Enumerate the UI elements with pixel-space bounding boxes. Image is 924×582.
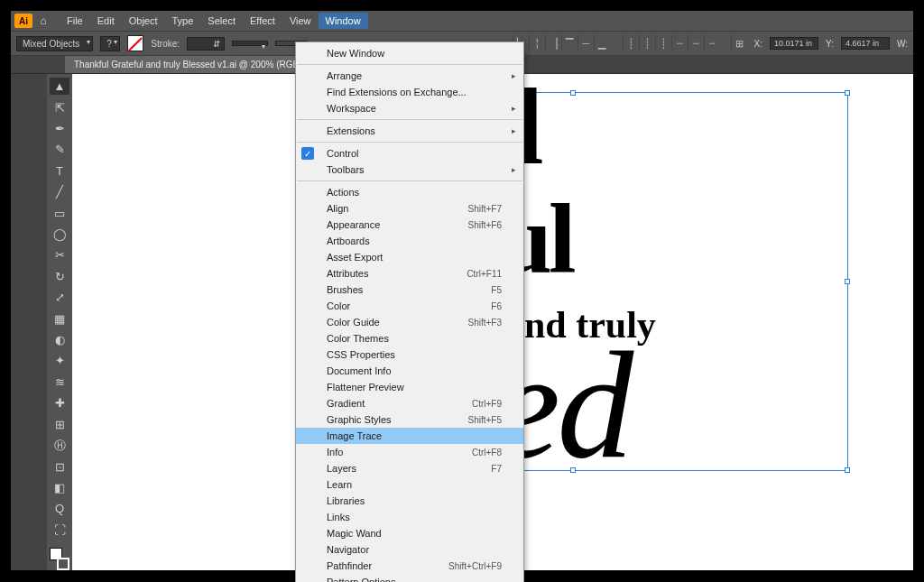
tool-6[interactable]: ▭ [50,204,69,221]
stroke-profile-dropdown[interactable] [232,41,268,46]
menu-item-control[interactable]: Control [296,145,523,162]
y-label: Y: [826,39,834,49]
align-buttons: ▏ ╎ ▕ ▔ ─ ▁ [513,35,610,51]
illustrator-window: Ai ⌂ FileEditObjectTypeSelectEffectViewW… [11,11,913,570]
menu-item-gradient[interactable]: GradientCtrl+F9 [296,395,523,411]
menu-effect[interactable]: Effect [243,13,282,29]
distribute-buttons: ┊ ┊ ┊ ┄ ┄ ┄ [623,35,720,51]
tool-12[interactable]: ◐ [50,331,69,348]
menu-item-navigator[interactable]: Navigator [296,541,523,558]
menu-item-learn[interactable]: Learn [296,476,523,493]
menu-item-links[interactable]: Links [296,509,523,525]
tool-1[interactable]: ⇱ [50,98,69,115]
stroke-label: Stroke: [151,39,180,49]
dist-6-icon[interactable]: ┄ [704,35,720,51]
menu-item-flattener-preview[interactable]: Flattener Preview [296,379,523,395]
align-top-icon[interactable]: ▔ [561,35,578,51]
menu-type[interactable]: Type [165,13,201,29]
tool-3[interactable]: ✎ [50,141,69,158]
tool-15[interactable]: ✚ [50,394,69,411]
tool-17[interactable]: Ⓗ [50,437,69,454]
fill-stroke-icon[interactable] [50,548,69,570]
menu-item-color-guide[interactable]: Color GuideShift+F3 [296,314,523,330]
tool-10[interactable]: ⤢ [50,289,69,306]
menu-separator [297,64,522,65]
menu-item-info[interactable]: InfoCtrl+F8 [296,444,523,460]
menu-item-attributes[interactable]: AttributesCtrl+F11 [296,265,523,282]
menu-select[interactable]: Select [200,13,243,29]
tool-21[interactable]: ⛶ [50,522,69,539]
fill-dropdown[interactable]: ? [100,36,120,51]
menu-separator [297,142,522,143]
menu-item-magic-wand[interactable]: Magic Wand [296,525,523,541]
menu-separator [297,119,522,120]
menu-item-pattern-options[interactable]: Pattern Options [296,574,523,582]
tool-9[interactable]: ↻ [50,268,69,285]
menu-item-css-properties[interactable]: CSS Properties [296,346,523,363]
menu-item-toolbars[interactable]: Toolbars [296,162,523,178]
menu-edit[interactable]: Edit [90,13,122,29]
tool-5[interactable]: ╱ [50,183,69,200]
dist-5-icon[interactable]: ┄ [688,35,704,51]
selection-type-dropdown[interactable]: Mixed Objects [16,36,93,51]
transform-icon[interactable]: ⊞ [731,35,747,51]
tool-0[interactable]: ▲ [50,78,69,95]
menu-view[interactable]: View [282,13,319,29]
menu-item-workspace[interactable]: Workspace [296,100,523,116]
tool-7[interactable]: ◯ [50,226,69,243]
dist-3-icon[interactable]: ┊ [655,35,671,51]
menu-item-document-info[interactable]: Document Info [296,363,523,379]
align-vcenter-icon[interactable]: ─ [578,35,594,51]
y-field[interactable]: 4.6617 in [841,37,890,50]
x-label: X: [754,39,762,49]
tool-19[interactable]: ◧ [50,479,69,496]
menu-item-find-extensions-on-exchange-[interactable]: Find Extensions on Exchange... [296,84,523,100]
menu-item-artboards[interactable]: Artboards [296,233,523,249]
tool-16[interactable]: ⊞ [50,416,69,433]
menu-item-libraries[interactable]: Libraries [296,493,523,509]
menu-item-pathfinder[interactable]: PathfinderShift+Ctrl+F9 [296,558,523,574]
align-hcenter-icon[interactable]: ╎ [529,35,545,51]
tool-20[interactable]: Q [50,500,69,517]
fill-swatch[interactable] [127,35,143,51]
menu-item-image-trace[interactable]: Image Trace [296,428,523,444]
menu-item-color[interactable]: ColorF6 [296,298,523,314]
menu-item-asset-export[interactable]: Asset Export [296,249,523,265]
stroke-weight-field[interactable]: ⇵ [187,37,225,51]
menu-window[interactable]: Window [319,13,368,29]
menu-item-new-window[interactable]: New Window [296,45,523,61]
x-field[interactable]: 10.0171 in [770,37,818,50]
tool-8[interactable]: ✂ [50,246,69,263]
window-menu: New WindowArrangeFind Extensions on Exch… [295,42,524,582]
w-label: W: [897,39,908,49]
tool-13[interactable]: ✦ [50,352,69,369]
menu-object[interactable]: Object [122,13,165,29]
menubar: Ai ⌂ FileEditObjectTypeSelectEffectViewW… [11,11,913,31]
menu-item-actions[interactable]: Actions [296,184,523,200]
tool-4[interactable]: T [50,162,69,180]
menu-item-brushes[interactable]: BrushesF5 [296,282,523,298]
menu-item-color-themes[interactable]: Color Themes [296,330,523,346]
align-right-icon[interactable]: ▕ [545,35,561,51]
menu-file[interactable]: File [60,13,90,29]
align-bottom-icon[interactable]: ▁ [594,35,610,51]
menu-item-arrange[interactable]: Arrange [296,68,523,84]
toolbox: ▲⇱✒✎T╱▭◯✂↻⤢▦◐✦≋✚⊞Ⓗ⊡◧Q⛶ [47,74,72,570]
menu-item-appearance[interactable]: AppearanceShift+F6 [296,217,523,233]
tool-18[interactable]: ⊡ [50,457,69,475]
tool-14[interactable]: ≋ [50,374,69,391]
dist-2-icon[interactable]: ┊ [639,35,655,51]
dist-4-icon[interactable]: ┄ [671,35,688,51]
menu-item-graphic-styles[interactable]: Graphic StylesShift+F5 [296,411,523,428]
home-icon[interactable]: ⌂ [34,14,52,28]
menu-separator [297,180,522,181]
tool-11[interactable]: ▦ [50,309,69,327]
menu-item-align[interactable]: AlignShift+F7 [296,200,523,217]
menu-item-extensions[interactable]: Extensions [296,123,523,139]
app-logo-icon: Ai [14,14,32,28]
left-gutter [11,74,47,570]
dist-1-icon[interactable]: ┊ [623,35,639,51]
menu-item-layers[interactable]: LayersF7 [296,460,523,476]
tool-2[interactable]: ✒ [50,120,69,137]
